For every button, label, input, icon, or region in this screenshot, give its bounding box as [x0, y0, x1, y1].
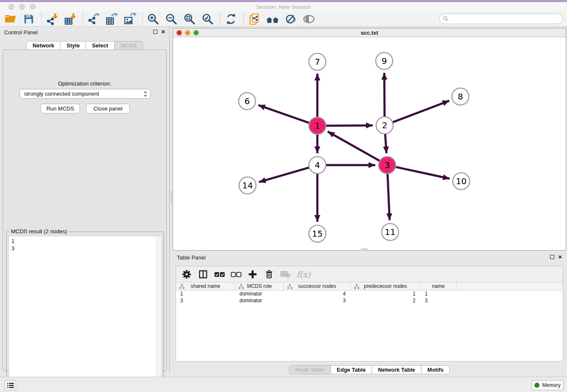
- graph-edge-1-6[interactable]: [258, 105, 310, 123]
- graph-edge-1-2[interactable]: [325, 125, 373, 126]
- network-window-titlebar[interactable]: × − + scc.txt: [173, 28, 566, 37]
- tab-select[interactable]: Select: [86, 41, 114, 50]
- first-neighbors-icon[interactable]: [265, 12, 280, 26]
- table-row-1[interactable]: 1dominator411: [176, 290, 563, 297]
- memory-status-icon: [534, 383, 539, 388]
- import-table-icon[interactable]: [63, 12, 77, 26]
- svg-text:4: 4: [315, 160, 320, 170]
- close-panel-icon[interactable]: ×: [161, 29, 165, 34]
- settings-gear-icon[interactable]: [181, 269, 192, 280]
- export-image-icon[interactable]: [123, 12, 137, 26]
- graph-node-2[interactable]: 2: [376, 117, 393, 134]
- show-hide-graphics-icon[interactable]: [284, 12, 298, 26]
- graph-node-9[interactable]: 9: [376, 52, 393, 69]
- result-scrollbar[interactable]: [156, 236, 162, 389]
- cell-successor-nodes[interactable]: 3: [284, 297, 351, 304]
- graph-edge-2-3[interactable]: [385, 133, 386, 153]
- svg-text:1: 1: [315, 121, 320, 131]
- vertical-splitter-handle[interactable]: [169, 191, 172, 202]
- search-input[interactable]: [451, 16, 562, 22]
- column-header-name[interactable]: name: [421, 282, 457, 290]
- graph-node-6[interactable]: 6: [239, 93, 256, 110]
- delete-column-icon[interactable]: [264, 269, 275, 280]
- column-view-icon[interactable]: [198, 269, 209, 280]
- cell-name[interactable]: 1: [421, 290, 457, 297]
- column-header-successor-nodes[interactable]: successor nodes: [284, 282, 351, 290]
- graph-edge-4-14[interactable]: [259, 167, 310, 182]
- graph-node-4[interactable]: 4: [309, 157, 326, 174]
- close-panel-icon[interactable]: ×: [558, 254, 562, 259]
- tab-node-table[interactable]: Node Table: [289, 365, 331, 374]
- cell-name[interactable]: 3: [421, 297, 457, 304]
- zoom-selected-icon[interactable]: [201, 12, 215, 26]
- graph-node-14[interactable]: 14: [239, 177, 256, 194]
- cell-predecessor-nodes[interactable]: 2: [351, 297, 421, 304]
- deselect-all-checkboxes-icon[interactable]: [231, 269, 242, 280]
- toolbar-separator: [243, 12, 244, 26]
- tab-mcds[interactable]: MCDS: [115, 41, 143, 50]
- network-canvas[interactable]: 7968124314101511: [173, 37, 566, 251]
- zoom-fit-icon[interactable]: [182, 12, 197, 26]
- add-column-icon[interactable]: [247, 269, 258, 280]
- float-panel-icon[interactable]: [153, 30, 157, 34]
- graph-edge-3-10[interactable]: [395, 167, 450, 179]
- zoom-in-icon[interactable]: [146, 12, 160, 26]
- cell-shared-name[interactable]: 1: [176, 290, 235, 297]
- graph-edge-3-1[interactable]: [328, 132, 380, 161]
- table-body[interactable]: 1dominator4113dominator323: [176, 290, 563, 361]
- memory-button[interactable]: Memory: [531, 380, 564, 390]
- table-row-2[interactable]: 3dominator323: [176, 297, 563, 304]
- graph-node-1[interactable]: 1: [309, 117, 326, 134]
- column-header-predecessor-nodes[interactable]: predecessor nodes: [351, 282, 421, 290]
- save-session-icon[interactable]: [22, 12, 36, 26]
- copy-style-icon[interactable]: [247, 12, 261, 26]
- control-panel-title: Control Panel: [4, 29, 38, 36]
- cell-mcds-role[interactable]: dominator: [235, 297, 284, 304]
- tab-motifs[interactable]: Motifs: [421, 365, 450, 374]
- criterion-dropdown-value: strongly connected component: [24, 91, 99, 97]
- task-history-button[interactable]: [5, 380, 16, 390]
- column-header-mcds-role[interactable]: MCDS role: [235, 282, 284, 290]
- float-panel-icon[interactable]: [550, 255, 554, 259]
- graph-node-7[interactable]: 7: [309, 53, 326, 70]
- run-mcds-button[interactable]: Run MCDS: [41, 104, 80, 113]
- graph-node-15[interactable]: 15: [309, 225, 326, 242]
- import-network-icon[interactable]: [45, 12, 59, 26]
- main-toolbar: [0, 11, 567, 27]
- graph-edge-2-9[interactable]: [384, 73, 385, 118]
- export-network-icon[interactable]: [86, 12, 101, 26]
- graph-node-10[interactable]: 10: [453, 173, 470, 190]
- graph-edge-3-11[interactable]: [388, 173, 390, 220]
- tab-edge-table[interactable]: Edge Table: [331, 365, 372, 374]
- table-panel: Table Panel ×: [173, 252, 566, 377]
- graph-node-11[interactable]: 11: [382, 224, 399, 240]
- show-hide-details-icon[interactable]: [302, 12, 316, 26]
- graph-node-3[interactable]: 3: [379, 157, 396, 174]
- apply-layout-icon[interactable]: [224, 12, 238, 26]
- cell-shared-name[interactable]: 3: [176, 297, 235, 304]
- cell-predecessor-nodes[interactable]: 1: [351, 290, 421, 297]
- delete-table-icon: [280, 269, 291, 280]
- select-all-checkboxes-icon[interactable]: [214, 269, 225, 280]
- criterion-dropdown[interactable]: strongly connected component: [19, 89, 151, 99]
- close-panel-button[interactable]: Close panel: [86, 104, 130, 113]
- table-header-row: shared nameMCDS rolesuccessor nodesprede…: [176, 282, 563, 290]
- svg-text:8: 8: [458, 91, 463, 102]
- tab-network[interactable]: Network: [26, 41, 61, 50]
- chevron-up-down-icon: [143, 91, 147, 99]
- zoom-out-icon[interactable]: [164, 12, 179, 26]
- toolbar-separator: [83, 12, 83, 26]
- app-window-title: Session: New Session: [0, 4, 567, 10]
- tab-network-table[interactable]: Network Table: [372, 365, 421, 374]
- tab-style[interactable]: Style: [61, 41, 86, 50]
- cell-successor-nodes[interactable]: 4: [284, 290, 351, 297]
- mcds-result-textarea[interactable]: 1 3: [8, 236, 162, 389]
- column-header-shared-name[interactable]: shared name: [176, 282, 235, 290]
- horizontal-splitter-handle[interactable]: [361, 248, 368, 251]
- export-table-icon[interactable]: [105, 12, 119, 26]
- control-panel: Control Panel × NetworkStyleSelectMCDS O…: [0, 27, 170, 374]
- graph-node-8[interactable]: 8: [452, 88, 469, 105]
- open-session-icon[interactable]: [3, 12, 18, 26]
- graph-edge-2-8[interactable]: [392, 101, 449, 123]
- cell-mcds-role[interactable]: dominator: [235, 290, 284, 297]
